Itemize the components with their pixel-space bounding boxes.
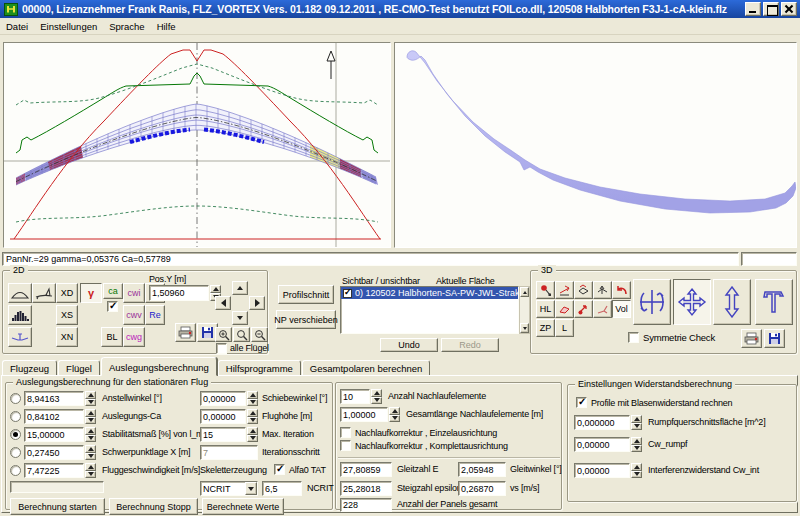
surface-listbox[interactable]: 0) 120502 Halbhorten-SA-PW-JWL-Strak-W	[340, 286, 519, 334]
redo-button[interactable]: Redo	[441, 338, 499, 352]
fluggeschwindigkeit-spinner[interactable]	[85, 463, 96, 478]
print-2d-button[interactable]	[175, 323, 196, 342]
lift-distribution-button[interactable]	[8, 305, 32, 325]
scroll-down-button[interactable]	[520, 323, 529, 333]
zoom-out-button[interactable]	[251, 327, 268, 342]
surface-visible-checkbox[interactable]	[343, 289, 352, 298]
front-view-button[interactable]	[8, 327, 32, 347]
rotate-y-button[interactable]	[574, 281, 593, 299]
tab-hilfsprogramme[interactable]: Hilfsprogramme	[218, 360, 301, 376]
cw-int-input[interactable]: 0,00000	[574, 463, 630, 478]
pan-3d-mode-button[interactable]	[673, 279, 711, 325]
maximize-button[interactable]	[763, 2, 779, 16]
ca-checkbox[interactable]	[107, 301, 118, 312]
anzahl-nachlauf-spinner[interactable]	[371, 389, 382, 404]
pan-down-button[interactable]	[232, 311, 248, 325]
stabilitaetsmass-spinner[interactable]	[85, 427, 96, 442]
xn-button[interactable]: XN	[56, 327, 78, 347]
schwerpunktlage-input[interactable]: 0,27450	[24, 445, 84, 460]
hl-button[interactable]: HL	[536, 300, 555, 318]
cwv-button[interactable]: cwv	[123, 305, 145, 325]
cw-int-spinner[interactable]	[631, 463, 642, 478]
xs-button[interactable]: XS	[56, 305, 78, 325]
alfa0-tat-checkbox[interactable]	[274, 464, 285, 475]
surface-list-scrollbar[interactable]	[519, 286, 530, 334]
max-iteration-input[interactable]: 15	[200, 427, 246, 442]
berechnung-starten-button[interactable]: Berechnung starten	[10, 498, 105, 515]
blasenwiderstand-checkbox[interactable]	[576, 397, 587, 408]
cwi-button[interactable]: cwi	[123, 283, 145, 303]
rumpfquerschnitt-spinner[interactable]	[631, 415, 642, 430]
re-button[interactable]: Re	[145, 305, 165, 325]
scroll-up-button[interactable]	[520, 287, 529, 297]
surface-list-item[interactable]: 0) 120502 Halbhorten-SA-PW-JWL-Strak-W	[341, 287, 518, 299]
tab-fluegel[interactable]: Flügel	[58, 360, 100, 376]
normals-button[interactable]	[593, 300, 612, 318]
rotate-3d-mode-button[interactable]	[633, 279, 671, 325]
pressure-vectors-button[interactable]	[574, 300, 593, 318]
ncrit-select-arrow[interactable]	[245, 482, 257, 495]
anstellwinkel-input[interactable]: 8,94163	[24, 391, 84, 406]
xd-button[interactable]: XD	[56, 283, 78, 303]
bl-button[interactable]: BL	[101, 327, 123, 347]
view-3d-panel[interactable]	[394, 42, 797, 248]
planform-view-button[interactable]	[8, 283, 32, 303]
plot-2d-panel[interactable]	[3, 42, 391, 248]
gamma-button[interactable]: γ	[80, 283, 102, 303]
pan-up-button[interactable]	[232, 281, 248, 295]
pan-right-button[interactable]	[249, 296, 265, 310]
symmetrie-check-checkbox[interactable]	[628, 332, 639, 343]
profilschnitt-button[interactable]: Profilschnitt	[278, 285, 334, 304]
l-button[interactable]: L	[555, 319, 574, 337]
pos-y-input[interactable]: 1,50960	[149, 285, 209, 301]
auslegungs-ca-spinner[interactable]	[85, 409, 96, 424]
menu-einstellungen[interactable]: Einstellungen	[34, 19, 103, 34]
menu-sprache[interactable]: Sprache	[103, 19, 150, 34]
cwg-button[interactable]: cwg	[123, 327, 145, 347]
berechnete-werte-button[interactable]: Berechnete Werte	[202, 498, 284, 515]
ca-button[interactable]: ca	[103, 283, 123, 299]
anzahl-nachlauf-input[interactable]: 10	[340, 389, 370, 404]
gesamtlaenge-spinner[interactable]	[389, 407, 400, 422]
radio-stabilitaetsmass[interactable]	[10, 429, 21, 440]
reset-view-button[interactable]	[612, 281, 631, 299]
max-iteration-spinner[interactable]	[247, 427, 258, 442]
cw-rumpf-input[interactable]: 0,00000	[574, 437, 630, 452]
rotate-z-button[interactable]	[593, 281, 612, 299]
undo-button[interactable]: Undo	[380, 338, 438, 352]
close-button[interactable]	[781, 2, 797, 16]
berechnung-stopp-button[interactable]: Berechnung Stopp	[109, 498, 198, 515]
tab-flugzeug[interactable]: Flugzeug	[2, 360, 57, 376]
print-3d-button[interactable]	[741, 329, 762, 348]
schiebewinkel-spinner[interactable]	[247, 391, 258, 406]
nachlaufkorrektur-komplett-checkbox[interactable]	[340, 440, 351, 451]
anstellwinkel-spinner[interactable]	[85, 391, 96, 406]
rotate-x-button[interactable]	[555, 281, 574, 299]
alle-fluegel-checkbox[interactable]	[216, 343, 227, 354]
nachlaufkorrektur-einzel-checkbox[interactable]	[340, 427, 351, 438]
tab-auslegungsberechnung[interactable]: Auslegungsberechnung	[101, 357, 217, 376]
radio-auslegungs-ca[interactable]	[10, 411, 21, 422]
ncrit-value-input[interactable]: 6,5	[262, 481, 302, 496]
flughoehe-input[interactable]: 0,00000	[200, 409, 246, 424]
np-verschieben-button[interactable]: NP verschieben	[276, 310, 336, 329]
pan-left-button[interactable]	[215, 296, 231, 310]
flughoehe-spinner[interactable]	[247, 409, 258, 424]
pin-button[interactable]	[536, 281, 555, 299]
zoom-reset-button[interactable]	[233, 327, 250, 342]
auslegungs-ca-input[interactable]: 0,84102	[24, 409, 84, 424]
panel-edges-button[interactable]	[555, 300, 574, 318]
zoom-3d-mode-button[interactable]	[713, 279, 751, 325]
rumpfquerschnitt-input[interactable]: 0,000000	[574, 415, 630, 430]
menu-datei[interactable]: Datei	[0, 19, 34, 34]
cw-rumpf-spinner[interactable]	[631, 437, 642, 452]
radio-anstellwinkel[interactable]	[10, 393, 21, 404]
schwerpunktlage-spinner[interactable]	[85, 445, 96, 460]
tab-gesamtpolaren[interactable]: Gesamtpolaren berechnen	[302, 360, 431, 376]
menu-hilfe[interactable]: Hilfe	[151, 19, 182, 34]
save-3d-button[interactable]	[764, 329, 785, 348]
zoom-in-button[interactable]	[215, 327, 232, 342]
stabilitaetsmass-input[interactable]: 15,00000	[24, 427, 84, 442]
vol-button[interactable]: Vol	[612, 300, 631, 318]
radio-fluggeschwindigkeit[interactable]	[10, 465, 21, 476]
